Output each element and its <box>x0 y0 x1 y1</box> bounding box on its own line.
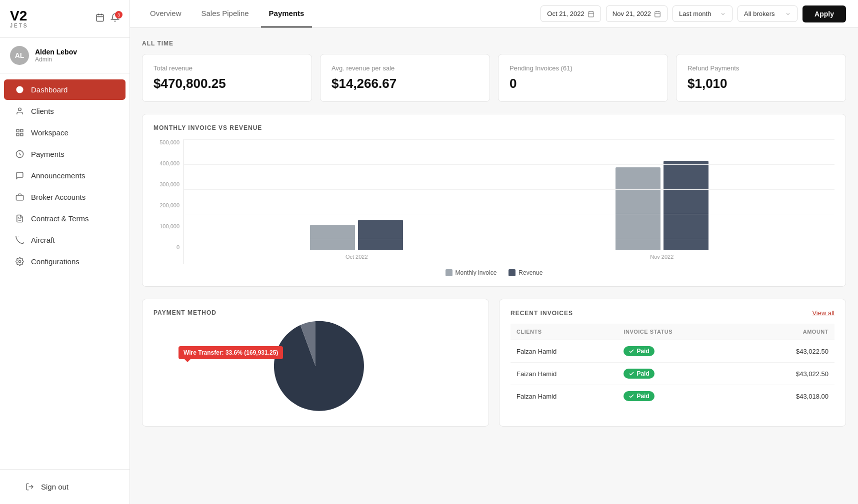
sidebar-item-label: Announcements <box>31 171 85 180</box>
y-label-2: 300,000 <box>154 181 180 187</box>
recent-invoices-title: RECENT INVOICES <box>510 310 573 317</box>
chart-legend: Monthly invoice Revenue <box>154 269 834 276</box>
sign-out-section: Sign out <box>0 469 130 504</box>
y-label-0: 500,000 <box>154 139 180 145</box>
date-from-input[interactable]: Oct 21, 2022 <box>540 5 600 22</box>
sidebar-item-label: Aircraft <box>31 236 55 244</box>
col-amount: AMOUNT <box>743 324 834 340</box>
notification-badge: 3 <box>115 11 122 18</box>
aircraft-icon <box>14 236 25 244</box>
sidebar-item-announcements[interactable]: Announcements <box>4 165 126 186</box>
metric-card-1: Avg. revenue per sale $14,266.67 <box>320 54 490 102</box>
status-badge-0: Paid <box>624 346 654 356</box>
clients-icon <box>14 107 25 115</box>
table-row: Faizan Hamid Paid $43,022.50 <box>510 363 834 385</box>
table-row: Faizan Hamid Paid $43,018.00 <box>510 385 834 408</box>
invoice-status-1: Paid <box>618 363 742 385</box>
col-status: INVOICE STATUS <box>618 324 742 340</box>
invoice-client-0: Faizan Hamid <box>510 340 618 363</box>
tab-overview[interactable]: Overview <box>142 0 190 27</box>
legend-monthly: Monthly invoice <box>446 269 497 276</box>
invoice-table: CLIENTS INVOICE STATUS AMOUNT Faizan Ham… <box>510 324 834 407</box>
svg-rect-6 <box>16 129 19 132</box>
pie-chart <box>266 316 366 416</box>
y-label-1: 400,000 <box>154 160 180 166</box>
pie-segment-dark <box>274 321 364 411</box>
header-tabs: Overview Sales Pipeline Payments Oct 21,… <box>130 0 858 28</box>
metric-value-1: $14,266.67 <box>332 76 478 91</box>
notification-button[interactable]: 3 <box>110 13 120 24</box>
pie-tooltip: Wire Transfer: 33.6% (169,931.25) <box>178 346 283 359</box>
sidebar-item-label: Dashboard <box>31 85 68 94</box>
metric-label-2: Pending Invoices (61) <box>510 64 656 72</box>
recent-invoices-header: RECENT INVOICES View all <box>510 309 834 317</box>
metric-value-3: $1,010 <box>688 76 834 91</box>
date-to-input[interactable]: Nov 21, 2022 <box>606 5 668 22</box>
sidebar-item-label: Clients <box>31 107 54 115</box>
legend-revenue-label: Revenue <box>518 269 542 276</box>
bar-oct-revenue <box>358 220 403 250</box>
tab-sales-pipeline[interactable]: Sales Pipeline <box>194 0 257 27</box>
metric-card-0: Total revenue $470,800.25 <box>142 54 312 102</box>
date-from-value: Oct 21, 2022 <box>547 10 584 17</box>
logo: V2 JETS <box>10 9 28 28</box>
status-badge-1: Paid <box>624 369 654 379</box>
svg-point-14 <box>18 260 20 262</box>
legend-monthly-color <box>446 269 452 276</box>
bar-oct-monthly <box>310 225 355 250</box>
period-dropdown[interactable]: Last month <box>672 5 732 22</box>
content-area: ALL TIME Total revenue $470,800.25 Avg. … <box>130 28 858 504</box>
y-label-4: 100,000 <box>154 223 180 229</box>
x-label-oct: Oct 2022 <box>204 250 510 264</box>
x-label-nov: Nov 2022 <box>510 250 815 264</box>
dashboard-icon <box>14 85 25 94</box>
sidebar-item-label: Payments <box>31 150 64 158</box>
sidebar-item-broker-accounts[interactable]: Broker Accounts <box>4 187 126 207</box>
svg-point-5 <box>18 108 21 111</box>
legend-revenue: Revenue <box>508 269 542 276</box>
sidebar-item-configurations[interactable]: Configurations <box>4 251 126 272</box>
broker-label: All brokers <box>744 10 774 17</box>
sidebar: V2 JETS 3 AL Alden Lebov Admin Dashboard <box>0 0 130 504</box>
sign-out-button[interactable]: Sign out <box>14 477 116 497</box>
calendar-button[interactable] <box>96 13 104 24</box>
invoice-amount-0: $43,022.50 <box>743 340 834 363</box>
sign-out-icon <box>24 483 35 491</box>
sidebar-item-aircraft[interactable]: Aircraft <box>4 230 126 250</box>
sidebar-item-workspace[interactable]: Workspace <box>4 122 126 143</box>
sidebar-item-label: Workspace <box>31 128 68 137</box>
sidebar-item-clients[interactable]: Clients <box>4 101 126 121</box>
sidebar-item-payments[interactable]: Payments <box>4 144 126 164</box>
invoice-status-0: Paid <box>618 340 742 363</box>
table-row: Faizan Hamid Paid $43,022.50 <box>510 340 834 363</box>
invoice-amount-1: $43,022.50 <box>743 363 834 385</box>
sidebar-item-dashboard[interactable]: Dashboard <box>4 79 126 100</box>
avatar: AL <box>10 46 29 65</box>
nav-menu: Dashboard Clients Workspace Payments <box>0 73 130 469</box>
bar-nov-revenue <box>664 161 708 250</box>
metric-card-3: Refund Payments $1,010 <box>676 54 846 102</box>
metric-label-3: Refund Payments <box>688 64 834 72</box>
user-info: Alden Lebov Admin <box>35 48 77 63</box>
sidebar-item-contract-terms[interactable]: Contract & Terms <box>4 208 126 229</box>
legend-monthly-label: Monthly invoice <box>456 269 497 276</box>
legend-revenue-color <box>508 269 516 276</box>
apply-button[interactable]: Apply <box>802 5 846 22</box>
logo-area: V2 JETS 3 <box>0 0 130 38</box>
configurations-icon <box>14 257 25 266</box>
payments-icon <box>14 150 25 158</box>
svg-rect-20 <box>655 11 660 16</box>
period-label: Last month <box>679 10 711 17</box>
view-all-link[interactable]: View all <box>812 309 834 317</box>
broker-dropdown[interactable]: All brokers <box>738 5 798 22</box>
all-time-label: ALL TIME <box>142 40 846 47</box>
user-section: AL Alden Lebov Admin <box>0 38 130 73</box>
svg-rect-7 <box>20 129 22 132</box>
sidebar-item-label: Broker Accounts <box>31 193 86 201</box>
tab-payments[interactable]: Payments <box>261 0 312 27</box>
recent-invoices-section: RECENT INVOICES View all CLIENTS INVOICE… <box>499 299 846 427</box>
bar-nov-monthly <box>616 167 660 250</box>
bottom-section: PAYMENT METHOD Wire Transfer: 33.6% (169… <box>142 299 846 427</box>
payment-method-title: PAYMENT METHOD <box>154 309 478 316</box>
svg-point-4 <box>16 86 23 93</box>
